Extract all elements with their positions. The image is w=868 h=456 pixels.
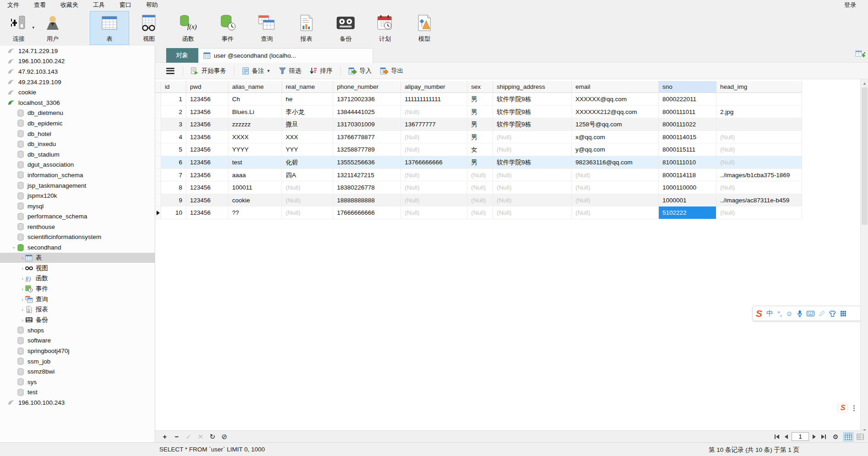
sidebar-item-shops[interactable]: shops xyxy=(0,325,155,336)
last-page-button[interactable] xyxy=(819,434,828,439)
keyboard-icon[interactable] xyxy=(807,311,814,316)
cell-alipay_number-row7[interactable]: (Null) xyxy=(401,169,467,182)
cell-real_name-row5[interactable]: YYY xyxy=(282,143,333,156)
cell-alias_name-row4[interactable]: XXXX xyxy=(228,131,282,144)
sidebar-item-springbootj470j[interactable]: springbootj470j xyxy=(0,346,155,356)
toolbar-view-button[interactable]: 视图 xyxy=(129,11,168,45)
sidebar-item--[interactable]: ›备份 xyxy=(0,315,155,325)
menu-item-3[interactable]: 收藏夹 xyxy=(53,0,86,10)
column-header-alipay_number[interactable]: alipay_number xyxy=(401,81,467,93)
cell-real_name-row10[interactable]: (Null) xyxy=(282,206,333,219)
new-tab-icon[interactable] xyxy=(855,49,865,59)
sidebar-item--[interactable]: ›视图 xyxy=(0,263,155,273)
sidebar-item-db-stadium[interactable]: db_stadium xyxy=(0,149,155,160)
sidebar-item--[interactable]: ›f()函数 xyxy=(0,273,155,284)
cell-sex-row7[interactable]: (Null) xyxy=(467,169,493,182)
sidebar-item--[interactable]: ›表 xyxy=(0,253,155,263)
sidebar-item-sys[interactable]: sys xyxy=(0,377,155,387)
cell-sex-row3[interactable]: 男 xyxy=(467,118,493,131)
cell-shipping_address-row8[interactable]: (Null) xyxy=(493,181,572,194)
cell-id-row9[interactable]: 9 xyxy=(161,194,186,207)
vertical-scrollbar[interactable]: ▲ ▼ xyxy=(860,79,868,434)
cell-head_img-row9[interactable]: ../images/ac87311e-b459 xyxy=(716,194,802,207)
sort-button[interactable]: 排序 xyxy=(305,65,336,77)
scroll-up-icon[interactable]: ▲ xyxy=(861,79,868,87)
cell-head_img-row7[interactable]: ../images/b1cba375-1869 xyxy=(716,169,802,182)
delete-record-button[interactable]: − xyxy=(171,433,183,441)
cell-head_img-row5[interactable]: (Null) xyxy=(716,143,802,156)
cell-phone_number-row4[interactable]: 13766778877 xyxy=(333,131,401,144)
toolbar-backup-button[interactable]: 备份 xyxy=(326,11,365,45)
cell-email-row3[interactable]: 1258号@qq.com xyxy=(572,118,659,131)
scrollbar-thumb[interactable] xyxy=(862,87,868,225)
cell-alias_name-row6[interactable]: test xyxy=(228,156,282,169)
column-header-head_img[interactable]: head_img xyxy=(716,81,802,93)
chevron-down-icon[interactable]: ▾ xyxy=(32,25,34,30)
toolbar-event-button[interactable]: 事件 xyxy=(208,11,247,45)
export-button[interactable]: 导出 xyxy=(376,65,407,77)
cell-alias_name-row2[interactable]: Blues.Li xyxy=(228,106,282,119)
cell-phone_number-row6[interactable]: 13555256636 xyxy=(333,156,401,169)
cell-phone_number-row8[interactable]: 18380226778 xyxy=(333,181,401,194)
cell-alias_name-row10[interactable]: ?? xyxy=(228,206,282,219)
cell-head_img-row4[interactable]: (Null) xyxy=(716,131,802,144)
sidebar-item-ssm-job[interactable]: ssm_job xyxy=(0,356,155,367)
cell-sex-row8[interactable]: (Null) xyxy=(467,181,493,194)
cell-email-row4[interactable]: x@qq.com xyxy=(572,131,659,144)
chevron-expanded-icon[interactable]: › xyxy=(11,245,17,250)
skin-icon[interactable] xyxy=(829,310,836,317)
emoji-icon[interactable]: ☺ xyxy=(786,309,792,317)
cell-shipping_address-row10[interactable]: (Null) xyxy=(493,206,572,219)
handwriting-icon[interactable] xyxy=(819,310,825,317)
stop-button[interactable]: ⊘ xyxy=(218,433,230,441)
cell-real_name-row3[interactable]: 撒旦 xyxy=(282,118,333,131)
cell-pwd-row10[interactable]: 123456 xyxy=(186,206,228,219)
cell-id-row5[interactable]: 5 xyxy=(161,143,186,156)
cell-alipay_number-row3[interactable]: 136777777 xyxy=(401,118,467,131)
cell-alipay_number-row2[interactable]: (Null) xyxy=(401,106,467,119)
cell-real_name-row6[interactable]: 化碧 xyxy=(282,156,333,169)
next-page-button[interactable] xyxy=(811,434,818,439)
toolbar-query-button[interactable]: 查询 xyxy=(247,11,287,45)
table-row-10[interactable]: 10123456??(Null)17666666666(Null)(Null)(… xyxy=(155,206,802,219)
cell-email-row10[interactable]: (Null) xyxy=(572,206,659,219)
cell-phone_number-row9[interactable]: 18888888888 xyxy=(333,194,401,207)
toolbox-grid-icon[interactable] xyxy=(840,310,846,317)
cell-sex-row6[interactable]: 男 xyxy=(467,156,493,169)
cell-shipping_address-row1[interactable]: 软件学院9栋 xyxy=(493,93,572,106)
column-header-email[interactable]: email xyxy=(572,81,659,93)
chevron-collapsed-icon[interactable]: › xyxy=(20,276,25,281)
chevron-collapsed-icon[interactable]: › xyxy=(20,307,25,312)
cell-pwd-row3[interactable]: 123456 xyxy=(186,118,228,131)
ime-tone-icon[interactable]: °‚ xyxy=(777,309,781,317)
column-header-pwd[interactable]: pwd xyxy=(186,81,228,93)
cell-phone_number-row2[interactable]: 13844441025 xyxy=(333,106,401,119)
toolbar-schedule-button[interactable]: 计划 xyxy=(365,11,405,45)
discard-changes-button[interactable]: ✕ xyxy=(195,433,206,441)
begin-transaction-button[interactable]: 开始事务 xyxy=(187,65,230,77)
sidebar-item-196-100-100-242[interactable]: 196.100.100.242 xyxy=(0,56,155,67)
cell-email-row2[interactable]: XXXXXX212@qq.com xyxy=(572,106,659,119)
page-number-input[interactable] xyxy=(792,432,809,441)
sidebar-item-49-234-219-109[interactable]: 49.234.219.109 xyxy=(0,77,155,87)
note-button[interactable]: 备注 ▼ xyxy=(238,65,275,77)
cell-real_name-row4[interactable]: XXX xyxy=(282,131,333,144)
cell-head_img-row6[interactable]: (Null) xyxy=(716,156,802,169)
cell-alias_name-row5[interactable]: YYYY xyxy=(228,143,282,156)
cell-alipay_number-row9[interactable]: (Null) xyxy=(401,194,467,207)
refresh-button[interactable]: ↻ xyxy=(206,433,218,441)
menu-item-5[interactable]: 窗口 xyxy=(112,0,139,10)
sidebar-item--[interactable]: ›事件 xyxy=(0,284,155,294)
table-row-7[interactable]: 7123456aaaa四A13211427215(Null)(Null)(Nul… xyxy=(155,169,802,182)
cell-shipping_address-row5[interactable]: (Null) xyxy=(493,143,572,156)
column-header-sex[interactable]: sex xyxy=(467,81,493,93)
table-row-9[interactable]: 9123456cookie(Null)18888888888(Null)(Nul… xyxy=(155,194,802,207)
tab-objects[interactable]: 对象 xyxy=(166,48,198,63)
column-header-alias_name[interactable]: alias_name xyxy=(228,81,282,93)
table-row-2[interactable]: 2123456Blues.Li李小龙13844441025(Null)男软件学院… xyxy=(155,106,802,119)
cell-id-row3[interactable]: 3 xyxy=(161,118,186,131)
sidebar-item-db-inxedu[interactable]: db_inxedu xyxy=(0,139,155,149)
sidebar-item-mysql[interactable]: mysql xyxy=(0,201,155,212)
column-header-shipping_address[interactable]: shipping_address xyxy=(493,81,572,93)
cell-phone_number-row1[interactable]: 13712002336 xyxy=(333,93,401,106)
